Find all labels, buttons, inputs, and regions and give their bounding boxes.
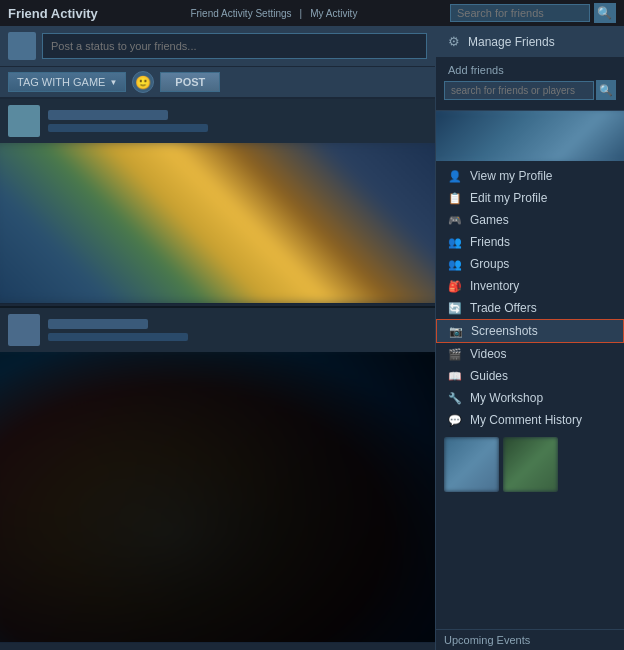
edit-profile-icon: 📋: [448, 192, 462, 205]
games-icon: 🎮: [448, 214, 462, 227]
friends-search-bar: 🔍: [444, 80, 616, 100]
nav-item-games[interactable]: 🎮 Games: [436, 209, 624, 231]
nav-item-edit-profile-label: Edit my Profile: [470, 191, 547, 205]
activity-card-2-blurred-image: [0, 352, 435, 642]
nav-item-videos-label: Videos: [470, 347, 506, 361]
nav-item-workshop[interactable]: 🔧 My Workshop: [436, 387, 624, 409]
workshop-icon: 🔧: [448, 392, 462, 405]
thumbnail-1-image: [444, 437, 499, 492]
activity-card-1-username: [48, 110, 168, 120]
activity-card-1-blurred-image: [0, 143, 435, 303]
header: Friend Activity Friend Activity Settings…: [0, 0, 624, 26]
sidebar: ⚙ Manage Friends Add friends 🔍 👤 View my…: [435, 26, 624, 650]
header-search-area: 🔍: [450, 3, 616, 23]
activity-card-2-description: [48, 333, 188, 341]
main-layout: TAG WITH GAME ▼ 🙂 POST: [0, 26, 624, 650]
nav-item-comment-history[interactable]: 💬 My Comment History: [436, 409, 624, 431]
profile-thumbnails: [436, 431, 624, 498]
manage-friends-label: Manage Friends: [468, 35, 555, 49]
manage-friends-button[interactable]: ⚙ Manage Friends: [436, 26, 624, 58]
my-activity-link[interactable]: My Activity: [310, 8, 357, 19]
nav-item-games-label: Games: [470, 213, 509, 227]
search-input[interactable]: [450, 4, 590, 22]
nav-item-edit-profile[interactable]: 📋 Edit my Profile: [436, 187, 624, 209]
tag-game-button[interactable]: TAG WITH GAME ▼: [8, 72, 126, 92]
screenshots-icon: 📷: [449, 325, 463, 338]
upcoming-events-label: Upcoming Events: [444, 634, 530, 646]
post-bar: [0, 26, 435, 67]
nav-item-comment-history-label: My Comment History: [470, 413, 582, 427]
page-title: Friend Activity: [8, 6, 98, 21]
nav-item-guides[interactable]: 📖 Guides: [436, 365, 624, 387]
activity-card-1: [0, 99, 435, 304]
nav-item-trade-offers[interactable]: 🔄 Trade Offers: [436, 297, 624, 319]
emoji-button[interactable]: 🙂: [132, 71, 154, 93]
groups-icon: 👥: [448, 258, 462, 271]
nav-item-screenshots[interactable]: 📷 Screenshots: [436, 319, 624, 343]
thumbnail-1[interactable]: [444, 437, 499, 492]
activity-card-2-screenshot: [0, 352, 435, 642]
activity-card-1-description: [48, 124, 208, 132]
activity-card-2: [0, 308, 435, 643]
add-friends-label: Add friends: [436, 58, 624, 80]
activity-card-2-avatar: [8, 314, 40, 346]
activity-card-2-header: [0, 308, 435, 352]
activity-card-2-user-info: [48, 319, 427, 341]
thumbnail-2[interactable]: [503, 437, 558, 492]
friend-activity-settings-link[interactable]: Friend Activity Settings: [190, 8, 291, 19]
nav-item-videos[interactable]: 🎬 Videos: [436, 343, 624, 365]
nav-item-groups[interactable]: 👥 Groups: [436, 253, 624, 275]
activity-card-2-username: [48, 319, 148, 329]
friends-search-input[interactable]: [444, 81, 594, 100]
tag-game-label: TAG WITH GAME: [17, 76, 105, 88]
post-button[interactable]: POST: [160, 72, 220, 92]
nav-item-view-profile-label: View my Profile: [470, 169, 552, 183]
nav-item-guides-label: Guides: [470, 369, 508, 383]
nav-item-friends[interactable]: 👥 Friends: [436, 231, 624, 253]
activity-card-1-header: [0, 99, 435, 143]
search-button[interactable]: 🔍: [594, 3, 616, 23]
add-friends-section: Add friends 🔍: [436, 58, 624, 111]
friends-search-button[interactable]: 🔍: [596, 80, 616, 100]
videos-icon: 🎬: [448, 348, 462, 361]
nav-menu: 👤 View my Profile 📋 Edit my Profile 🎮 Ga…: [436, 165, 624, 431]
thumbnail-2-image: [503, 437, 558, 492]
comment-history-icon: 💬: [448, 414, 462, 427]
nav-item-view-profile[interactable]: 👤 View my Profile: [436, 165, 624, 187]
profile-image-area: [436, 111, 624, 161]
user-avatar: [8, 32, 36, 60]
view-profile-icon: 👤: [448, 170, 462, 183]
guides-icon: 📖: [448, 370, 462, 383]
nav-item-workshop-label: My Workshop: [470, 391, 543, 405]
inventory-icon: 🎒: [448, 280, 462, 293]
activity-card-1-image: [0, 143, 435, 303]
nav-item-friends-label: Friends: [470, 235, 510, 249]
nav-item-trade-offers-label: Trade Offers: [470, 301, 537, 315]
post-input[interactable]: [42, 33, 427, 59]
header-links: Friend Activity Settings | My Activity: [190, 8, 357, 19]
gear-icon: ⚙: [448, 34, 460, 49]
feed-area: TAG WITH GAME ▼ 🙂 POST: [0, 26, 435, 650]
dropdown-arrow-icon: ▼: [109, 78, 117, 87]
profile-image-blurred: [436, 111, 624, 161]
nav-item-groups-label: Groups: [470, 257, 509, 271]
post-actions: TAG WITH GAME ▼ 🙂 POST: [0, 67, 435, 99]
nav-item-inventory[interactable]: 🎒 Inventory: [436, 275, 624, 297]
nav-item-screenshots-label: Screenshots: [471, 324, 538, 338]
trade-offers-icon: 🔄: [448, 302, 462, 315]
upcoming-events-section: Upcoming Events: [436, 629, 624, 650]
nav-item-inventory-label: Inventory: [470, 279, 519, 293]
activity-card-1-user-info: [48, 110, 427, 132]
activity-card-1-avatar: [8, 105, 40, 137]
friends-icon: 👥: [448, 236, 462, 249]
